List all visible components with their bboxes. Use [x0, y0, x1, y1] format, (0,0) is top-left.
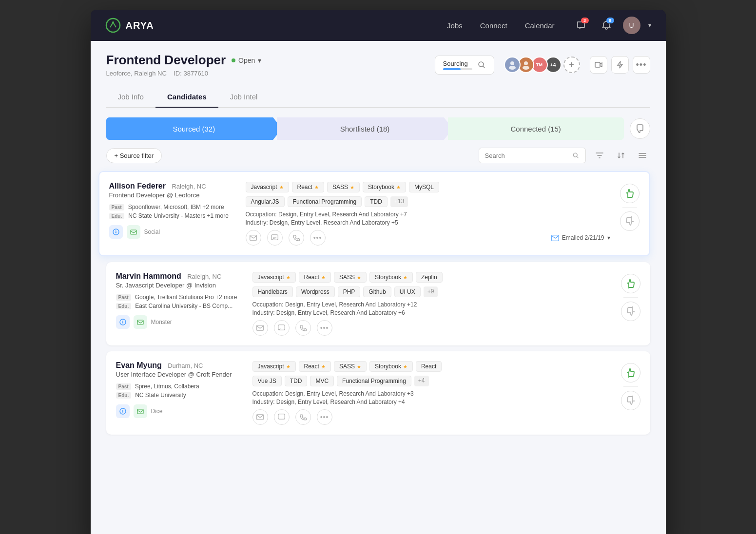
candidate-info-2: Marvin Hammond Raleigh, NC Sr. Javascrip…	[116, 272, 243, 329]
tab-job-intel[interactable]: Job Intel	[218, 87, 270, 108]
vote-column-3	[621, 361, 640, 410]
skill-3-mvc: MVC	[310, 376, 334, 386]
edu-value-2: East Carolina University - BS Comp...	[135, 303, 233, 309]
vote-column	[620, 182, 640, 231]
action-button[interactable]	[611, 56, 629, 74]
phone-action-2[interactable]	[295, 320, 311, 336]
past-value-2: Google, Trelliant Solutions Pro +2 more	[135, 294, 237, 301]
skill-react: React★	[292, 182, 324, 192]
candidate-meta-2: Past Google, Trelliant Solutions Pro +2 …	[116, 294, 243, 309]
thumbs-down-button-3[interactable]	[621, 391, 640, 410]
user-menu-chevron[interactable]: ▾	[648, 22, 651, 29]
thumbs-down-button-1[interactable]	[620, 211, 640, 231]
social-icons-2: Monster	[116, 315, 243, 329]
chat-action-3[interactable]	[274, 409, 290, 425]
skill-3-storybook: Storybook★	[369, 361, 413, 372]
pipeline-shortlisted[interactable]: Shortlisted (18)	[277, 117, 453, 140]
svg-point-6	[523, 66, 529, 70]
thumbs-down-button-2[interactable]	[621, 302, 640, 321]
pipeline-dislike-button[interactable]	[630, 118, 650, 139]
email-action-2[interactable]	[252, 320, 268, 336]
sourcing-bar-wrap	[443, 68, 472, 70]
edu-row-3: Edu. NC State University	[116, 392, 243, 399]
social-icon-2-1[interactable]	[116, 315, 130, 329]
email-action-3[interactable]	[252, 409, 268, 425]
candidate-list: Allison Federer Raleigh, NC Frontend Dev…	[106, 171, 650, 440]
sourcing-bar	[443, 68, 461, 70]
more-options-2[interactable]: •••	[317, 320, 332, 336]
chat-button[interactable]: 3	[572, 17, 590, 34]
svg-rect-19	[137, 409, 143, 414]
pipeline-connected-label: Connected (15)	[510, 125, 561, 133]
candidate-name-3: Evan Myung	[116, 361, 162, 369]
more-options-3[interactable]: •••	[317, 409, 332, 425]
pipeline-shortlisted-label: Shortlisted (18)	[340, 125, 390, 133]
chat-action-2[interactable]	[274, 320, 290, 336]
advanced-filter-button[interactable]	[592, 148, 607, 163]
more-candidate-options[interactable]: •••	[310, 230, 326, 246]
add-team-member-button[interactable]: +	[563, 57, 580, 73]
pipeline-sourced-label: Sourced (32)	[173, 125, 215, 133]
arya-logo-icon	[105, 18, 121, 33]
pipeline-container: Sourced (32) Shortlisted (18) Connected …	[106, 117, 650, 140]
edu-label-2: Edu.	[116, 303, 132, 309]
skill-2-sass: SASS★	[334, 272, 367, 283]
skill-2-uiux: UI UX	[394, 286, 421, 297]
notifications-button[interactable]: 8	[598, 17, 615, 34]
svg-point-1	[112, 21, 114, 23]
social-icon-3-1[interactable]	[116, 404, 130, 418]
notif-badge: 8	[606, 18, 614, 23]
video-icon	[595, 61, 602, 69]
video-button[interactable]	[590, 56, 607, 74]
thumbs-up-button-2[interactable]	[621, 274, 640, 293]
social-label-2: Monster	[151, 319, 172, 325]
emailed-status[interactable]: Emailed 2/21/19 ▾	[551, 234, 610, 241]
nav-jobs[interactable]: Jobs	[447, 21, 463, 30]
social-icons: Social	[109, 225, 236, 239]
social-icon-2-2[interactable]	[134, 315, 147, 329]
phone-action-3[interactable]	[295, 409, 311, 425]
occupation-row-3: Occupation: Design, Entry Level, Researc…	[252, 390, 611, 397]
search-input[interactable]	[485, 152, 569, 159]
chat-action-button[interactable]	[267, 230, 283, 246]
thumbs-down-icon-2	[625, 306, 636, 317]
thumbs-up-button-3[interactable]	[621, 363, 640, 382]
job-status[interactable]: Open ▾	[232, 57, 261, 64]
phone-icon	[293, 234, 300, 241]
more-options-button[interactable]: •••	[633, 56, 650, 74]
top-navigation: ARYA Jobs Connect Calendar 3 8 U	[91, 10, 666, 41]
nav-connect[interactable]: Connect	[480, 21, 507, 30]
job-subtitle: Leoforce, Raleigh NC ID: 3877610	[106, 70, 425, 77]
bottom-row: ••• Emailed 2/21/19 ▾	[246, 230, 610, 246]
skill-3-react2: React	[416, 361, 442, 372]
thumbs-up-button[interactable]	[620, 184, 640, 203]
user-avatar[interactable]: U	[623, 17, 640, 34]
pipeline-connected[interactable]: Connected (15)	[448, 117, 624, 140]
sort-button[interactable]	[613, 148, 629, 163]
tab-job-info[interactable]: Job Info	[106, 87, 155, 108]
social-icon-3-2[interactable]	[134, 404, 147, 418]
edu-row: Edu. NC State University - Masters +1 mo…	[109, 212, 236, 219]
email-action-button[interactable]	[246, 230, 261, 246]
tab-candidates[interactable]: Candidates	[155, 87, 218, 108]
skill-2-hb: Handlebars	[252, 286, 293, 297]
logo-area: ARYA	[105, 18, 154, 33]
phone-action-button[interactable]	[289, 230, 304, 246]
industry-row-3: Industry: Design, Entry Level, Research …	[252, 399, 611, 405]
vote-divider-3	[623, 386, 638, 387]
skills-row-2-1: Javascript★ React★ SASS★ Storybook★ Zepl…	[252, 272, 611, 283]
svg-rect-10	[131, 230, 136, 234]
pipeline-sourced[interactable]: Sourced (32)	[106, 117, 282, 140]
candidate-info-3: Evan Myung Durham, NC User Interface Dev…	[116, 361, 243, 418]
nav-calendar[interactable]: Calendar	[525, 21, 555, 30]
svg-point-0	[106, 19, 120, 32]
source-filter-button[interactable]: + Source filter	[106, 148, 162, 163]
view-toggle-button[interactable]	[635, 148, 650, 163]
occupation-value-2: Design, Entry Level, Research And Labora…	[285, 301, 417, 308]
thumbs-down-icon-1	[624, 216, 635, 227]
social-icon-1[interactable]	[109, 225, 123, 239]
social-icon-2[interactable]	[127, 225, 140, 239]
phone-icon-2	[300, 324, 307, 331]
sourcing-button[interactable]: Sourcing	[435, 56, 494, 75]
search-box[interactable]	[479, 148, 586, 163]
